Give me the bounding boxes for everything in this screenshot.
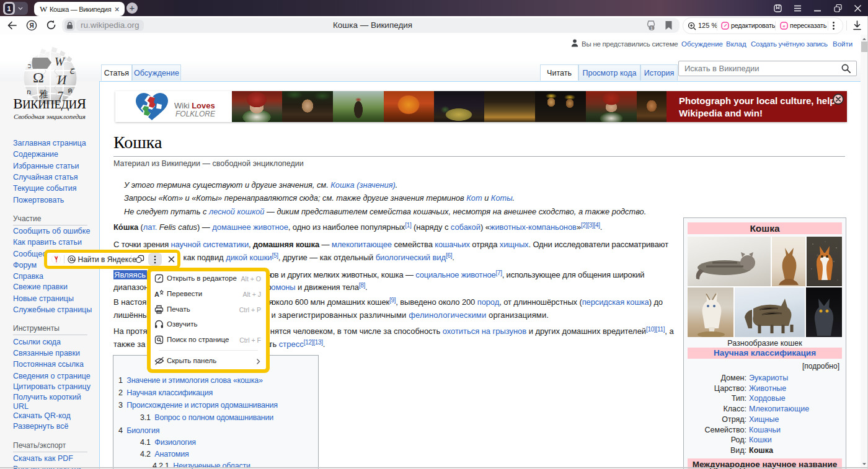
svg-text:«: «	[782, 24, 786, 29]
svg-text:А: А	[154, 291, 159, 298]
svg-text:1: 1	[650, 25, 653, 31]
